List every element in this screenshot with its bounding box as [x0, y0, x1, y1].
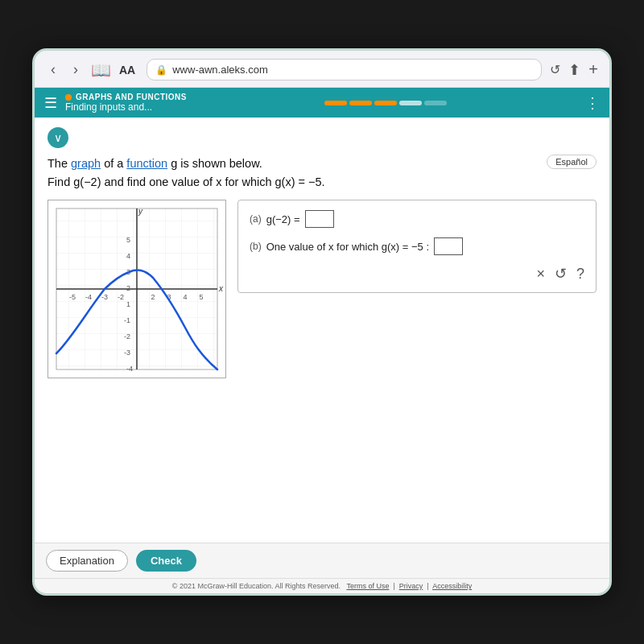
svg-text:5: 5	[199, 293, 203, 301]
back-button[interactable]: ‹	[46, 60, 60, 80]
answer-panel: (a) g(−2) = (b) One value of x for which…	[237, 200, 597, 293]
answer-row-a: (a) g(−2) =	[250, 210, 584, 228]
graph-container: -5 -4 -3 -2 2 3 4 5 x 5 4 3 2 1	[47, 200, 226, 378]
part-a-label: (a)	[250, 213, 262, 225]
svg-text:4: 4	[126, 252, 130, 260]
progress-seg-3	[374, 101, 397, 105]
svg-text:-2: -2	[124, 332, 130, 341]
text-size-label[interactable]: AA	[119, 64, 135, 76]
line1-suffix: g is shown below.	[167, 157, 262, 170]
aleks-toolbar: ☰ GRAPHS AND FUNCTIONS Finding inputs an…	[35, 88, 609, 118]
question-line2: Find g(−2) and find one value of x for w…	[47, 175, 325, 188]
question-text: The graph of a function g is shown below…	[47, 155, 539, 192]
topic-name: Finding inputs and...	[65, 101, 187, 113]
share-button[interactable]: ⬆	[568, 61, 580, 79]
forward-button[interactable]: ›	[68, 60, 83, 80]
line1-prefix: The	[47, 157, 71, 170]
browser-bar: ‹ › 📖 AA 🔒 www-awn.aleks.com ↺ ⬆ +	[35, 51, 609, 88]
graph-link[interactable]: graph	[71, 157, 101, 170]
part-b-text: One value of x for which g(x) = −5 :	[266, 241, 429, 253]
input-a[interactable]	[305, 210, 334, 228]
input-b[interactable]	[434, 237, 463, 255]
menu-icon[interactable]: ☰	[44, 94, 57, 112]
question-header: The graph of a function g is shown below…	[47, 155, 597, 192]
bookmarks-icon[interactable]: 📖	[91, 60, 111, 80]
svg-text:y: y	[138, 207, 143, 216]
explanation-button[interactable]: Explanation	[46, 550, 128, 572]
footer: © 2021 McGraw-Hill Education. All Rights…	[35, 578, 609, 593]
progress-bar	[324, 101, 447, 105]
terms-link[interactable]: Terms of Use	[346, 582, 389, 590]
help-button[interactable]: ?	[576, 266, 584, 283]
reload-button[interactable]: ↺	[550, 62, 560, 77]
svg-text:-4: -4	[126, 365, 133, 373]
progress-seg-5	[424, 101, 447, 105]
topic-info: GRAPHS AND FUNCTIONS Finding inputs and.…	[65, 93, 187, 113]
svg-text:-3: -3	[124, 349, 130, 357]
url-text: www-awn.aleks.com	[172, 64, 267, 76]
answer-row-b: (b) One value of x for which g(x) = −5 :	[250, 237, 584, 255]
progress-seg-1	[324, 101, 347, 105]
action-row: × ↺ ?	[250, 265, 584, 283]
part-a-text: g(−2) =	[266, 213, 300, 225]
svg-text:2: 2	[126, 284, 130, 292]
function-graph: -5 -4 -3 -2 2 3 4 5 x 5 4 3 2 1	[48, 200, 225, 378]
svg-text:2: 2	[151, 293, 155, 301]
svg-text:4: 4	[183, 293, 187, 301]
svg-text:-5: -5	[69, 293, 76, 301]
device-frame: ‹ › 📖 AA 🔒 www-awn.aleks.com ↺ ⬆ + ☰ GRA…	[32, 48, 612, 596]
part-b-label: (b)	[250, 241, 262, 252]
copyright-text: © 2021 McGraw-Hill Education. All Rights…	[172, 582, 341, 590]
clear-button[interactable]: ×	[536, 266, 545, 283]
content-area: ∨ The graph of a function g is shown bel…	[35, 118, 609, 543]
svg-text:-3: -3	[101, 293, 108, 301]
progress-seg-4	[399, 101, 422, 105]
more-button[interactable]: ⋮	[585, 94, 600, 112]
bottom-bar: Explanation Check	[35, 543, 609, 578]
svg-text:5: 5	[126, 236, 130, 244]
svg-text:-4: -4	[85, 293, 92, 301]
line1-mid: of a	[101, 157, 126, 170]
main-content: -5 -4 -3 -2 2 3 4 5 x 5 4 3 2 1	[47, 200, 597, 378]
status-dot	[65, 94, 72, 101]
undo-button[interactable]: ↺	[555, 265, 567, 283]
check-button[interactable]: Check	[136, 550, 196, 572]
topic-category: GRAPHS AND FUNCTIONS	[65, 93, 187, 101]
svg-text:x: x	[218, 284, 224, 293]
url-bar[interactable]: 🔒 www-awn.aleks.com	[147, 59, 542, 80]
espanol-button[interactable]: Español	[547, 155, 597, 169]
svg-text:1: 1	[126, 300, 130, 308]
accessibility-link[interactable]: Accessibility	[432, 582, 472, 590]
svg-text:-1: -1	[124, 316, 130, 324]
new-tab-button[interactable]: +	[588, 60, 598, 79]
lock-icon: 🔒	[155, 64, 167, 76]
svg-text:-2: -2	[118, 293, 124, 301]
progress-seg-2	[349, 101, 372, 105]
function-link[interactable]: function	[126, 157, 167, 170]
privacy-link[interactable]: Privacy	[399, 582, 423, 590]
expand-button[interactable]: ∨	[47, 127, 68, 148]
toolbar-left: ☰ GRAPHS AND FUNCTIONS Finding inputs an…	[44, 93, 187, 113]
